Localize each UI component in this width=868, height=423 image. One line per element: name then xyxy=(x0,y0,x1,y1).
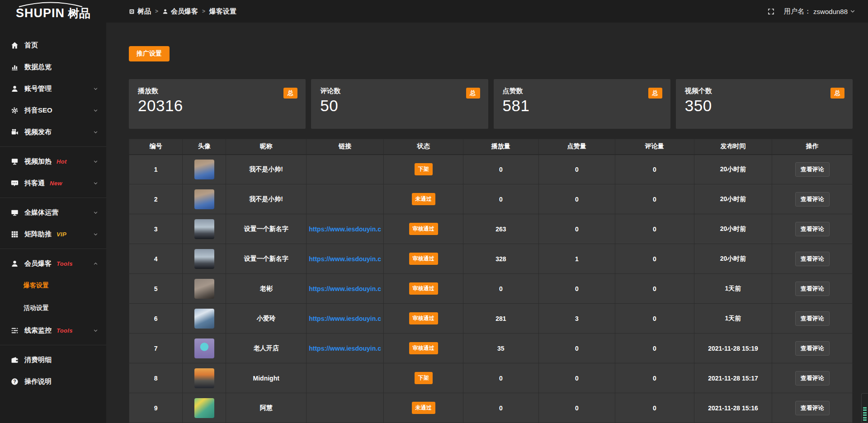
cell-comments: 0 xyxy=(615,334,694,363)
table-row: 5老彬https://www.iesdouyin.c审核通过0001天前查看评论 xyxy=(129,274,853,304)
breadcrumb-label: 会员爆客 xyxy=(171,7,198,16)
topbar: SHUPIN树品 树品>会员爆客>爆客设置 用户名：zswodun88 xyxy=(0,0,868,23)
fullscreen-icon[interactable] xyxy=(767,8,775,15)
sidebar-item-clue-monitor[interactable]: 线索监控Tools xyxy=(0,320,106,341)
table-row: 3设置一个新名字https://www.iesdouyin.c审核通过26300… xyxy=(129,214,853,244)
sidebar-item-label: 抖音SEO xyxy=(24,106,52,115)
breadcrumb: 树品>会员爆客>爆客设置 xyxy=(129,7,236,16)
total-badge: 总 xyxy=(830,88,844,99)
cell-likes: 3 xyxy=(538,304,615,334)
cell-index: 8 xyxy=(129,363,183,393)
view-comments-button[interactable]: 查看评论 xyxy=(795,311,830,326)
chevron-down-icon xyxy=(93,210,98,215)
table-row: 2我不是小帅!未通过00020小时前查看评论 xyxy=(129,184,853,214)
user-icon xyxy=(162,9,168,14)
view-comments-button[interactable]: 查看评论 xyxy=(795,341,830,356)
sidebar-item-data-overview[interactable]: 数据总览 xyxy=(0,56,106,78)
cell-link xyxy=(306,363,383,393)
column-header: 点赞量 xyxy=(538,139,615,155)
video-link[interactable]: https://www.iesdouyin.c xyxy=(309,255,381,263)
cell-comments: 0 xyxy=(615,184,694,214)
cell-comments: 0 xyxy=(615,304,694,334)
cell-avatar xyxy=(183,393,226,423)
chevron-down-icon xyxy=(850,9,855,14)
cell-nickname: 设置一个新名字 xyxy=(226,244,307,274)
sidebar-subitem-baoke-settings[interactable]: 爆客设置 xyxy=(0,274,106,297)
sidebar-item-douketong[interactable]: 抖客通New xyxy=(0,172,106,194)
video-icon xyxy=(11,128,19,136)
cell-link: https://www.iesdouyin.c xyxy=(306,274,383,304)
sidebar-item-video-heat[interactable]: 视频加热Hot xyxy=(0,150,106,172)
sidebar-item-media-operation[interactable]: 全媒体运营 xyxy=(0,202,106,223)
cell-nickname: 小爱玲 xyxy=(226,304,307,334)
cell-index: 1 xyxy=(129,155,183,184)
sidebar-item-home[interactable]: 首页 xyxy=(0,34,106,56)
breadcrumb-item[interactable]: 会员爆客 xyxy=(162,7,198,16)
logo-text-cn: 树品 xyxy=(68,7,90,19)
stat-card: 评论数50总 xyxy=(311,79,488,129)
chat-icon xyxy=(11,179,19,187)
avatar xyxy=(194,398,214,418)
sidebar-item-consume-detail[interactable]: 消费明细 xyxy=(0,349,106,371)
username-label: 用户名： xyxy=(784,7,811,16)
sidebar-item-label: 视频加热 xyxy=(24,157,52,166)
view-comments-button[interactable]: 查看评论 xyxy=(795,371,830,385)
total-badge: 总 xyxy=(466,88,480,99)
view-comments-button[interactable]: 查看评论 xyxy=(795,401,830,415)
sidebar-item-label: 数据总览 xyxy=(24,63,52,71)
view-comments-button[interactable]: 查看评论 xyxy=(795,282,830,296)
breadcrumb-item[interactable]: 树品 xyxy=(129,7,151,16)
cell-plays: 263 xyxy=(463,214,538,244)
table-row: 9阿慧未通过0002021-11-28 15:16查看评论 xyxy=(129,393,853,423)
cell-time: 2021-11-28 15:17 xyxy=(694,363,772,393)
cell-link xyxy=(306,184,383,214)
sidebar-item-label: 线索监控 xyxy=(24,326,52,335)
stat-card-value: 50 xyxy=(320,97,479,115)
user-menu[interactable]: 用户名：zswodun88 xyxy=(784,7,855,16)
column-header: 编号 xyxy=(129,139,183,155)
view-comments-button[interactable]: 查看评论 xyxy=(795,252,830,266)
cell-status: 未通过 xyxy=(384,184,463,214)
video-link[interactable]: https://www.iesdouyin.c xyxy=(309,226,381,233)
column-header: 操作 xyxy=(772,139,853,155)
status-badge: 审核通过 xyxy=(409,312,438,324)
view-comments-button[interactable]: 查看评论 xyxy=(795,162,830,177)
cell-nickname: 设置一个新名字 xyxy=(226,214,307,244)
side-float-widget[interactable] xyxy=(861,393,868,423)
video-link[interactable]: https://www.iesdouyin.c xyxy=(309,345,381,352)
cell-nickname: 我不是小帅! xyxy=(226,184,307,214)
table-row: 8Midnight下架0002021-11-28 15:17查看评论 xyxy=(129,363,853,393)
cell-plays: 0 xyxy=(463,274,538,304)
view-comments-button[interactable]: 查看评论 xyxy=(795,222,830,236)
topbar-right: 用户名：zswodun88 xyxy=(767,7,868,16)
promo-settings-button[interactable]: 推广设置 xyxy=(129,46,170,61)
cell-link: https://www.iesdouyin.c xyxy=(306,334,383,363)
question-icon xyxy=(11,378,19,385)
sidebar-item-video-publish[interactable]: 视频发布 xyxy=(0,121,106,143)
breadcrumb-item: 爆客设置 xyxy=(209,7,236,16)
sidebar-item-account-manage[interactable]: 账号管理 xyxy=(0,78,106,99)
cell-action: 查看评论 xyxy=(772,184,853,214)
column-header: 头像 xyxy=(183,139,226,155)
sidebar-item-douyin-seo[interactable]: 抖音SEO xyxy=(0,99,106,121)
cell-action: 查看评论 xyxy=(772,393,853,423)
sidebar-item-member-baoke[interactable]: 会员爆客Tools xyxy=(0,253,106,274)
sidebar-item-operation-guide[interactable]: 操作说明 xyxy=(0,371,106,392)
chevron-down-icon xyxy=(93,181,98,186)
sidebar-item-matrix-boost[interactable]: 矩阵助推VIP xyxy=(0,223,106,245)
cell-avatar xyxy=(183,184,226,214)
chart-icon xyxy=(11,63,19,71)
cell-status: 审核通过 xyxy=(384,214,463,244)
view-comments-button[interactable]: 查看评论 xyxy=(795,192,830,207)
table-body: 1我不是小帅!下架00020小时前查看评论2我不是小帅!未通过00020小时前查… xyxy=(129,155,853,423)
cell-likes: 0 xyxy=(538,155,615,184)
chevron-down-icon xyxy=(93,130,98,135)
video-link[interactable]: https://www.iesdouyin.c xyxy=(309,315,381,322)
sidebar-divider xyxy=(0,146,106,147)
cell-index: 2 xyxy=(129,184,183,214)
cell-time: 2021-11-28 15:16 xyxy=(694,393,772,423)
sidebar-subitem-activity-settings[interactable]: 活动设置 xyxy=(0,297,106,320)
stat-card: 视频个数350总 xyxy=(676,79,853,129)
video-link[interactable]: https://www.iesdouyin.c xyxy=(309,285,381,292)
stat-card-value: 581 xyxy=(503,97,661,115)
